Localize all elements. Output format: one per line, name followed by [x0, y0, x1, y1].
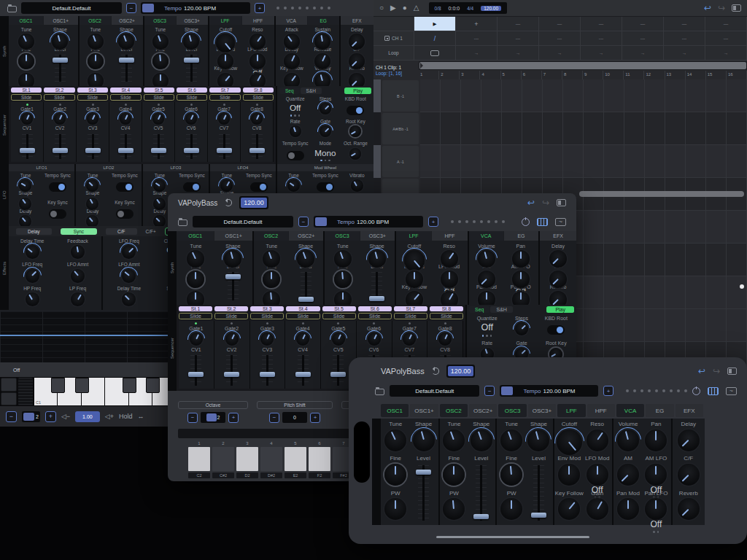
preset-prev-button[interactable]: −: [484, 386, 495, 396]
lfo-mod-knob[interactable]: [587, 464, 608, 486]
note-cell[interactable]: [584, 276, 604, 309]
step-button-2[interactable]: St.2: [214, 306, 248, 311]
rate-knob[interactable]: [290, 125, 301, 137]
note-cell[interactable]: [604, 244, 624, 276]
level-slider[interactable]: [418, 465, 429, 521]
tempo-sync-toggle[interactable]: [116, 182, 133, 192]
cutoff-knob[interactable]: [216, 34, 235, 52]
undo-button[interactable]: ↩: [698, 367, 705, 376]
octave-minus-button[interactable]: −: [187, 413, 198, 423]
note-cell[interactable]: [706, 276, 727, 309]
cv5-slider[interactable]: [153, 134, 164, 159]
tab-osc2[interactable]: OSC2+: [112, 16, 143, 25]
tab-osc3[interactable]: OSC3+: [360, 231, 395, 241]
redo-button[interactable]: ↪: [542, 198, 549, 207]
kbd-root-toggle[interactable]: [347, 106, 364, 115]
fine-knob[interactable]: [443, 464, 465, 486]
tab-osc2[interactable]: OSC2+: [289, 231, 323, 241]
hold-button[interactable]: Hold: [119, 413, 133, 420]
gate7-knob[interactable]: [403, 332, 416, 346]
gate7-knob[interactable]: [218, 113, 230, 125]
pan-knob[interactable]: [645, 429, 667, 451]
note-cell[interactable]: [727, 112, 747, 145]
tab-seq[interactable]: Seq: [279, 88, 300, 94]
note-cell[interactable]: [706, 112, 727, 145]
slider-handle[interactable]: [119, 58, 134, 63]
gate4-knob[interactable]: [296, 332, 309, 346]
slide-button-3[interactable]: Slide: [77, 94, 108, 101]
note-cell[interactable]: [686, 309, 706, 342]
folder-icon[interactable]: [375, 389, 384, 395]
bpm-field[interactable]: 120.00: [239, 196, 268, 209]
black-key-4[interactable]: [146, 378, 160, 393]
pad-d2[interactable]: [236, 447, 258, 471]
redo-button[interactable]: ↪: [718, 4, 725, 12]
cv8-slider[interactable]: [252, 134, 263, 159]
tab-vca[interactable]: VCA: [469, 231, 503, 241]
delay-knob[interactable]: [678, 429, 700, 451]
decay-knob[interactable]: [284, 53, 300, 69]
step-button-5[interactable]: St.5: [322, 306, 356, 311]
pitch-shift-minus-button[interactable]: −: [269, 413, 279, 423]
resize-handle-dot[interactable]: [740, 284, 744, 289]
undo-button[interactable]: ↩: [704, 4, 711, 12]
key-sync-toggle[interactable]: [49, 209, 66, 219]
delay-time-knob[interactable]: [26, 245, 39, 259]
tune-knob[interactable]: [384, 429, 406, 451]
slide-button-1[interactable]: Slide: [179, 313, 212, 319]
slider-handle[interactable]: [85, 148, 101, 153]
clip-cell-arrow[interactable]: →: [664, 46, 705, 60]
note-cell[interactable]: [645, 309, 665, 342]
slide-button-5[interactable]: Slide: [322, 313, 356, 319]
slider-handle[interactable]: [188, 372, 204, 377]
clip-cell-dash[interactable]: —: [664, 17, 705, 31]
clip-cell-dots3[interactable]: ---: [705, 31, 747, 45]
am-knob[interactable]: [478, 271, 495, 288]
preset-prev-button[interactable]: −: [126, 3, 136, 13]
panel-toggle-icon[interactable]: [727, 368, 737, 375]
note-cell[interactable]: [665, 112, 686, 145]
step-button-6[interactable]: St.6: [358, 306, 392, 311]
preset-prev-button[interactable]: −: [298, 217, 309, 227]
lfo-freq-knob[interactable]: [122, 245, 136, 259]
note-cell[interactable]: [727, 79, 747, 112]
pad-e2[interactable]: [285, 447, 306, 471]
lfo-amnt-knob[interactable]: [122, 269, 136, 283]
shape-knob[interactable]: [224, 250, 241, 268]
sustain-knob[interactable]: [314, 34, 330, 50]
note-cell[interactable]: [604, 211, 624, 244]
key-follow-knob[interactable]: [558, 498, 580, 520]
note-cell[interactable]: [665, 309, 686, 342]
pad-d-2[interactable]: [260, 447, 282, 471]
tab-efx[interactable]: EFX: [676, 404, 703, 417]
slider-handle[interactable]: [330, 372, 346, 377]
tune-knob[interactable]: [153, 179, 166, 192]
note-cell[interactable]: [420, 112, 441, 145]
tab-efx[interactable]: EFX: [540, 231, 576, 241]
note-cell[interactable]: [727, 145, 747, 178]
note-cell[interactable]: [645, 145, 665, 178]
tab-osc2[interactable]: OSC2: [440, 404, 468, 417]
clip-cell-arrow[interactable]: →: [456, 46, 498, 60]
slider-handle[interactable]: [53, 148, 68, 153]
tempo-sync-toggle[interactable]: [49, 182, 66, 192]
tune-knob[interactable]: [220, 179, 233, 192]
step-button-4[interactable]: St.4: [110, 88, 141, 93]
c-f-knob[interactable]: [678, 464, 700, 486]
vibrato-knob[interactable]: [351, 179, 363, 192]
preset-field[interactable]: Default.Default: [21, 2, 122, 14]
clip-cell-dots3[interactable]: ---: [664, 31, 705, 45]
sync-icon[interactable]: [432, 368, 439, 375]
shape-knob[interactable]: [183, 34, 199, 50]
note-cell[interactable]: [645, 244, 665, 276]
note-cell[interactable]: [727, 276, 747, 309]
step-button-2[interactable]: St.2: [44, 88, 74, 93]
lp-freq-knob[interactable]: [71, 292, 85, 306]
bpm-field[interactable]: 120.00: [446, 365, 476, 378]
fine-knob[interactable]: [152, 53, 169, 69]
am-lfo-knob[interactable]: [512, 271, 530, 288]
note-cell[interactable]: [461, 79, 481, 112]
note-cell[interactable]: [543, 79, 563, 112]
note-cell[interactable]: [461, 145, 481, 178]
note-cell[interactable]: [502, 112, 522, 145]
